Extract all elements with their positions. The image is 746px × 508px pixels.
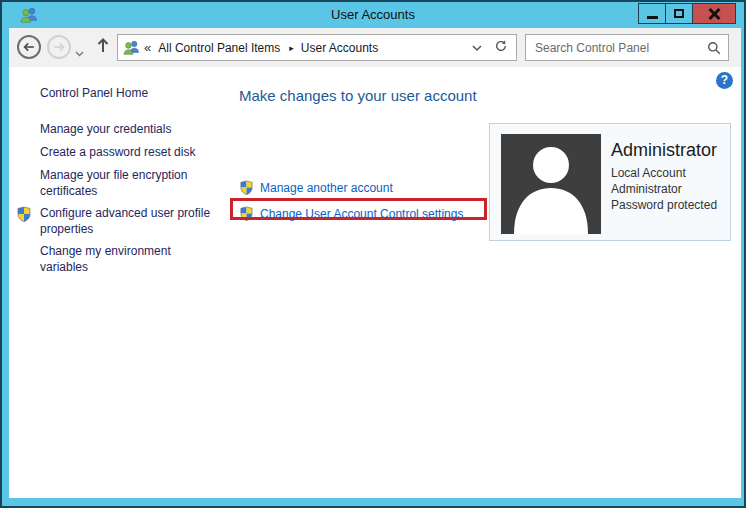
minimize-button[interactable] xyxy=(638,3,666,24)
breadcrumb-overflow-chevron[interactable]: « xyxy=(144,40,151,55)
back-arrow-icon xyxy=(21,39,37,55)
maximize-icon xyxy=(674,9,684,18)
sidebar-item-environment-variables[interactable]: Change my environment variables xyxy=(40,243,216,275)
search-box xyxy=(525,34,729,61)
window-title: User Accounts xyxy=(2,7,744,22)
manage-another-account-label: Manage another account xyxy=(260,181,393,195)
maximize-button[interactable] xyxy=(665,3,693,24)
account-type: Local Account xyxy=(611,166,686,180)
refresh-button[interactable] xyxy=(490,39,516,56)
breadcrumb-separator-icon[interactable]: ▸ xyxy=(289,43,294,53)
sidebar-item-file-encryption-certificates[interactable]: Manage your file encryption certificates xyxy=(40,167,216,199)
recent-pages-dropdown[interactable] xyxy=(75,43,84,61)
refresh-icon xyxy=(494,39,508,53)
title-bar[interactable]: User Accounts xyxy=(2,2,744,28)
change-uac-settings-label: Change User Account Control settings xyxy=(260,207,463,221)
forward-button[interactable] xyxy=(47,35,71,59)
sidebar-item-manage-credentials[interactable]: Manage your credentials xyxy=(40,121,216,137)
person-silhouette-icon xyxy=(501,134,601,234)
account-password-status: Password protected xyxy=(611,198,717,212)
account-name: Administrator xyxy=(611,140,717,161)
search-icon[interactable] xyxy=(707,41,721,59)
content-area: ? Control Panel Home Manage your credent… xyxy=(9,67,741,498)
account-role: Administrator xyxy=(611,182,682,196)
close-icon xyxy=(708,8,720,20)
user-account-tile: Administrator Local Account Administrato… xyxy=(489,123,731,241)
close-button[interactable] xyxy=(692,3,736,24)
navigation-toolbar: « All Control Panel Items ▸ User Account… xyxy=(9,28,741,67)
breadcrumb-item-user-accounts[interactable]: User Accounts xyxy=(301,41,378,55)
address-dropdown-button[interactable] xyxy=(464,37,490,59)
user-accounts-window: User Accounts xyxy=(0,0,746,508)
uac-shield-icon xyxy=(239,206,254,221)
change-uac-settings-link[interactable]: Change User Account Control settings xyxy=(239,206,463,221)
page-title: Make changes to your user account xyxy=(239,87,477,104)
sidebar-item-password-reset-disk[interactable]: Create a password reset disk xyxy=(40,144,216,160)
uac-shield-icon xyxy=(239,180,254,195)
breadcrumb-item-all-control-panel-items[interactable]: All Control Panel Items xyxy=(158,41,280,55)
up-button[interactable] xyxy=(95,36,111,58)
back-button[interactable] xyxy=(17,35,41,59)
help-button[interactable]: ? xyxy=(716,72,733,89)
search-input[interactable] xyxy=(526,35,702,60)
address-bar[interactable]: « All Control Panel Items ▸ User Account… xyxy=(117,34,517,61)
forward-arrow-icon xyxy=(51,39,67,55)
user-accounts-icon xyxy=(123,39,140,56)
minimize-icon xyxy=(647,16,658,19)
sidebar-item-control-panel-home[interactable]: Control Panel Home xyxy=(40,86,148,100)
sidebar-item-advanced-user-profile[interactable]: Configure advanced user profile properti… xyxy=(40,205,216,237)
manage-another-account-link[interactable]: Manage another account xyxy=(239,180,393,195)
uac-shield-icon xyxy=(16,206,32,222)
avatar xyxy=(501,134,601,234)
